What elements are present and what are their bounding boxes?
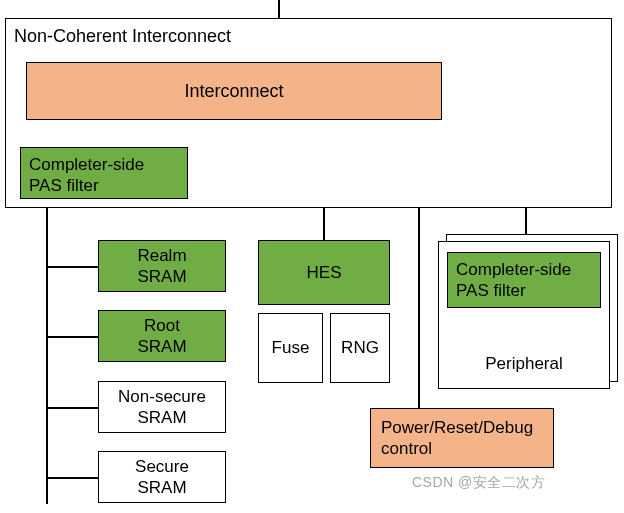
connector-line-nonsecure <box>46 407 98 409</box>
power-reset-debug-block: Power/Reset/Debug control <box>370 408 554 468</box>
noncoherent-interconnect-title: Non-Coherent Interconnect <box>14 25 231 48</box>
secure-sram-label: Secure SRAM <box>135 456 189 499</box>
connector-line-hes <box>323 208 325 240</box>
fuse-label: Fuse <box>272 337 310 358</box>
nonsecure-sram-label: Non-secure SRAM <box>118 386 206 429</box>
fuse-block: Fuse <box>258 313 323 383</box>
rng-block: RNG <box>330 313 390 383</box>
root-sram-label: Root SRAM <box>137 315 186 358</box>
connector-line-power <box>418 208 420 408</box>
pas-filter-right: Completer-side PAS filter <box>447 252 601 308</box>
interconnect-block: Interconnect <box>26 62 442 120</box>
connector-line-peripheral <box>525 208 527 234</box>
hes-label: HES <box>307 262 342 283</box>
pas-filter-left-label: Completer-side PAS filter <box>29 154 144 197</box>
secure-sram-block: Secure SRAM <box>98 451 226 503</box>
power-reset-debug-label: Power/Reset/Debug control <box>381 417 533 460</box>
realm-sram-label: Realm SRAM <box>137 245 186 288</box>
nonsecure-sram-block: Non-secure SRAM <box>98 381 226 433</box>
pas-filter-right-label: Completer-side PAS filter <box>456 259 571 302</box>
rng-label: RNG <box>341 337 379 358</box>
connector-line-root <box>46 336 98 338</box>
connector-line-top-in <box>278 0 280 18</box>
watermark-text: CSDN @安全二次方 <box>412 474 545 492</box>
connector-line-left-spine <box>46 208 48 504</box>
peripheral-label: Peripheral <box>485 353 563 374</box>
connector-line-realm <box>46 266 98 268</box>
realm-sram-block: Realm SRAM <box>98 240 226 292</box>
connector-line-secure <box>46 477 98 479</box>
pas-filter-left: Completer-side PAS filter <box>20 147 188 199</box>
hes-block: HES <box>258 240 390 305</box>
interconnect-label: Interconnect <box>184 80 283 103</box>
root-sram-block: Root SRAM <box>98 310 226 362</box>
